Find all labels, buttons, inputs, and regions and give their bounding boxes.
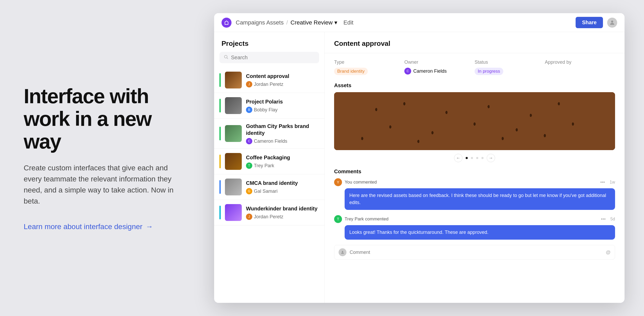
project-item-gotham[interactable]: Gotham City Parks brand identity C Camer… — [214, 118, 324, 149]
comment-bubble-trey: Looks great! Thanks for the quickturnaro… — [345, 225, 615, 240]
project-accent — [219, 206, 221, 219]
project-info: Wunderkinder brand identity J Jordan Per… — [246, 205, 319, 220]
comments-label: Comments — [334, 169, 615, 175]
owner-meta-avatar: C — [404, 68, 411, 75]
projects-list: Content approval J Jordan Peretz Project… — [214, 67, 324, 303]
asset-image — [334, 92, 615, 150]
status-value: In progress — [475, 68, 545, 75]
project-thumb-gotham — [225, 125, 242, 142]
breadcrumb-current[interactable]: Creative Review ▾ — [290, 19, 337, 26]
assets-label: Assets — [334, 82, 615, 88]
share-button[interactable]: Share — [576, 17, 603, 28]
project-owner: J Jordan Peretz — [246, 214, 319, 220]
search-input[interactable] — [231, 55, 315, 61]
approved-label: Approved by — [545, 60, 615, 65]
edit-button[interactable]: Edit — [344, 19, 354, 26]
owner-avatar: T — [246, 162, 252, 169]
project-item-content-approval[interactable]: Content approval J Jordan Peretz — [214, 67, 324, 93]
project-accent — [219, 155, 221, 168]
svg-point-1 — [224, 55, 227, 58]
project-item-cmca[interactable]: CMCA brand identity G Gal Samari — [214, 174, 324, 200]
project-name: Gotham City Parks brand identity — [246, 123, 319, 136]
project-name: Coffee Packaging — [246, 154, 319, 161]
assets-section: Assets ← → — [334, 82, 615, 162]
comment-bubble-you: Here are the revised assets based on fee… — [345, 188, 615, 210]
owner-avatar: B — [246, 107, 252, 113]
project-item-wunderkinder[interactable]: Wunderkinder brand identity J Jordan Per… — [214, 200, 324, 225]
project-owner: G Gal Samari — [246, 188, 319, 194]
approval-body: Type Brand identity Owner C Cameron Fiel… — [325, 53, 625, 303]
comment-input[interactable] — [350, 250, 603, 255]
project-thumb-polaris — [225, 97, 242, 114]
type-value: Brand identity — [334, 68, 404, 75]
search-icon — [224, 55, 228, 61]
comment-meta: Y You commented ••• 1w — [334, 178, 615, 186]
logo-icon — [224, 20, 229, 25]
owner-value: C Cameron Fields — [404, 68, 475, 75]
project-accent — [219, 180, 221, 194]
comments-section: Comments Y You commented ••• 1w Here are… — [334, 169, 615, 260]
project-name: CMCA brand identity — [246, 180, 319, 186]
comment-input-row[interactable]: @ — [334, 245, 615, 260]
project-accent — [219, 99, 221, 112]
project-owner: C Cameron Fields — [246, 138, 319, 144]
svg-point-3 — [342, 251, 343, 252]
project-accent — [219, 73, 221, 87]
meta-status-col: Status In progress — [475, 60, 545, 75]
learn-more-arrow: → — [145, 223, 153, 231]
nav-dot-2[interactable] — [471, 157, 473, 159]
projects-title: Projects — [214, 32, 324, 52]
nav-dot-4[interactable] — [481, 157, 484, 159]
comment-author-trey: Trey Park commented — [345, 216, 598, 222]
comment-more-trey[interactable]: ••• — [601, 216, 606, 222]
comment-input-avatar — [339, 248, 346, 256]
prev-arrow[interactable]: ← — [454, 154, 462, 162]
owner-label: Owner — [404, 60, 475, 65]
project-owner: B Bobby Flay — [246, 107, 319, 113]
project-info: Content approval J Jordan Peretz — [246, 73, 319, 87]
owner-avatar: C — [246, 138, 252, 144]
breadcrumb-part2: Creative Review — [290, 19, 333, 26]
dropdown-icon: ▾ — [334, 19, 337, 26]
comment-more[interactable]: ••• — [600, 180, 605, 185]
owner-name: Bobby Flay — [254, 107, 278, 113]
app-window: Campaigns Assets / Creative Review ▾ Edi… — [214, 13, 625, 303]
comment-block-you: Y You commented ••• 1w Here are the revi… — [334, 178, 615, 210]
project-thumb-coffee — [225, 153, 242, 170]
at-symbol[interactable]: @ — [606, 250, 611, 255]
meta-type-col: Type Brand identity — [334, 60, 404, 75]
project-thumb-cmca — [225, 179, 242, 195]
type-badge: Brand identity — [334, 68, 368, 75]
approval-panel: Content approval Type Brand identity Own… — [325, 32, 625, 303]
learn-more-link[interactable]: Learn more about interface designer → — [24, 223, 176, 231]
breadcrumb-sep: / — [286, 19, 288, 26]
nav-dot-3[interactable] — [476, 157, 478, 159]
search-bar[interactable] — [219, 52, 319, 63]
project-thumb-wunderkinder — [225, 204, 242, 221]
project-thumb-content-approval — [225, 72, 242, 88]
meta-owner-col: Owner C Cameron Fields — [404, 60, 475, 75]
right-panel: Campaigns Assets / Creative Review ▾ Edi… — [200, 0, 644, 316]
comment-avatar-you: Y — [334, 178, 342, 186]
comment-meta-trey: T Trey Park commented ••• 5d — [334, 215, 615, 223]
owner-avatar: J — [246, 214, 252, 220]
meta-table: Type Brand identity Owner C Cameron Fiel… — [334, 60, 615, 75]
learn-more-text: Learn more about interface designer — [24, 223, 142, 231]
type-label: Type — [334, 60, 404, 65]
hero-title: Interface with work in a new way — [24, 85, 176, 153]
project-info: Project Polaris B Bobby Flay — [246, 98, 319, 113]
comment-time-trey: 5d — [610, 217, 615, 221]
project-item-coffee[interactable]: Coffee Packaging T Trey Park — [214, 149, 324, 174]
meta-approved-col: Approved by — [545, 60, 615, 75]
project-item-polaris[interactable]: Project Polaris B Bobby Flay — [214, 93, 324, 118]
owner-name: Jordan Peretz — [254, 214, 283, 220]
breadcrumb: Campaigns Assets / Creative Review ▾ — [236, 19, 337, 26]
project-accent — [219, 127, 221, 140]
project-owner: T Trey Park — [246, 162, 319, 169]
nav-dot-1[interactable] — [466, 157, 468, 159]
image-nav: ← → — [334, 154, 615, 162]
owner-name: Trey Park — [254, 163, 274, 169]
next-arrow[interactable]: → — [487, 154, 495, 162]
owner-name: Cameron Fields — [254, 139, 287, 144]
project-name: Project Polaris — [246, 98, 319, 105]
